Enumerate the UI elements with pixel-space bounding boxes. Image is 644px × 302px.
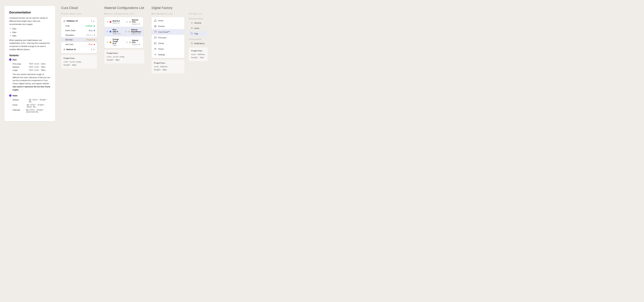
doc-sizes-list: 32px 40px 48px [12, 27, 50, 38]
printer-family-col: Printer Family List 🖨 UltiMaker S7 5 ▲ [61, 13, 97, 68]
material-icon: ⚙ [125, 30, 127, 33]
properties-size: size: print prep; [64, 60, 94, 64]
nav-item-label: Home [158, 20, 164, 22]
properties-height: height: 40px [64, 64, 94, 67]
variant-value: font-size: 12px; [29, 63, 46, 65]
nav-item-print-jobs[interactable]: Print jobs [152, 35, 184, 40]
variant-name: Hover [12, 104, 24, 108]
printer-item-darth[interactable]: Darth Vader Busy [61, 28, 97, 33]
settings-item-label: Users [194, 27, 199, 29]
material-properties: Properties: size: print prep; height: 48… [104, 50, 144, 64]
state-variant-table: Default bg-color: $layer-01; Hover bg-co… [12, 98, 50, 114]
properties-title: Properties: [107, 52, 142, 55]
nav-item-settings[interactable]: Settings [152, 52, 184, 58]
printer-item-hansolo[interactable]: Han Solo Error [61, 42, 97, 47]
main-nav-col: Main Navigation List Home Pri [152, 13, 184, 73]
properties-size: size: medium; [154, 65, 182, 68]
doc-size-item: 32px [12, 27, 50, 30]
diamond-icon [9, 94, 12, 97]
doc-note1: When applying new height please use mult… [9, 39, 50, 51]
variant-row: Large font-size: 16px; [12, 68, 50, 72]
material-model: Support 2XA [131, 33, 141, 34]
material-list-card: ⚙ Red PLA Model 1A ⚙ Natural PVA Support… [104, 17, 143, 48]
svg-point-9 [192, 28, 192, 28]
printer-item-obiwan[interactable]: Obi Wan Paused [61, 38, 97, 42]
library-icon [154, 42, 157, 44]
diamond-icon [9, 58, 12, 61]
variants-title: Variants: [9, 54, 50, 57]
printer-group-ultis7[interactable]: 🖨 UltiMaker S7 5 ▲ [61, 18, 97, 24]
chevron-down-icon: ▼ [93, 48, 95, 50]
documentation-panel: Documentation Contained list item can be… [4, 6, 55, 121]
variant-row: Selected bg-color: $layer-selected-01; [12, 108, 50, 114]
variant-value: font-size: 14px; [29, 66, 46, 68]
size-variant-section: Size: Print prep font-size: 12px; Medium… [9, 58, 50, 92]
settings-item-tags[interactable]: Tags [189, 31, 208, 36]
variant-value: font-size: 16px; [29, 69, 46, 71]
printer-status: Offline 9 [86, 34, 95, 36]
material-name: Blue ABS-R [112, 28, 121, 33]
home-icon [154, 19, 157, 22]
settings-item-notifications[interactable]: Notifications [189, 41, 208, 46]
material-model: LABS [112, 44, 122, 46]
properties-title: Properties: [191, 49, 205, 52]
printer-name: Skywalker [65, 34, 74, 36]
variant-name: Selected [12, 109, 23, 113]
nav-item-label: Library [158, 42, 164, 44]
material-model: Model 1A [112, 22, 120, 24]
material-config-section: Material Configurations List Material Co… [104, 6, 144, 73]
material-config-label: Material Configurations List [104, 13, 144, 15]
doc-title: Documentation [9, 11, 50, 14]
material-name: Natural PVA [132, 19, 141, 23]
material-item-redpla[interactable]: ⚙ Red PLA Model 1A [104, 17, 124, 27]
properties-size: size: print prep; [107, 55, 142, 58]
cura-cloud-section: Cura Cloud Printer Family List 🖨 UltiMak… [61, 6, 97, 73]
material-item-naturalrapid[interactable]: ⚙ Natural RapidRinse Support 2XA [123, 27, 143, 36]
material-name: Red PLA [112, 20, 120, 22]
nav-item-teams[interactable]: Teams [152, 46, 184, 52]
printer-item-yoda[interactable]: Yoda Available [61, 24, 97, 28]
settings-item-label: General [194, 22, 201, 24]
printer-group-icon: 🖨 [63, 48, 65, 50]
material-item-naturalpva2[interactable]: ⚙ Natural PVA Support 2A [124, 36, 143, 48]
printer-group-icon: 🖨 [63, 20, 65, 22]
material-name: Orange Tough PLA [112, 38, 122, 44]
settings-label: Settings List [189, 13, 208, 15]
nav-item-printers[interactable]: Printers [152, 24, 184, 29]
variant-value: bg-color: $layer-01; [29, 99, 50, 103]
material-name: Natural PVA [132, 39, 141, 44]
doc-size-item: 40px [12, 30, 50, 34]
material-item-blueabsr[interactable]: ⚙ Blue ABS-R Model 1XA [104, 27, 123, 36]
printer-group-methodxl[interactable]: 🖨 Method XL 2 ▼ [61, 47, 97, 52]
printer-group-name: UltiMaker S7 [66, 20, 78, 22]
color-swatch [110, 21, 111, 23]
print-icon [154, 36, 157, 39]
settings-item-general[interactable]: General [189, 20, 208, 25]
material-icon: ⚙ [106, 30, 108, 33]
nav-item-label: Print jobs [158, 36, 166, 39]
printer-name: Han Solo [65, 43, 73, 46]
bell-icon [191, 42, 193, 44]
printer-icon [154, 25, 157, 28]
material-name: Natural RapidRinse [131, 28, 141, 33]
printer-list-card: 🖨 UltiMaker S7 5 ▲ Yoda Available Darth … [61, 17, 97, 53]
status-dot [94, 44, 95, 45]
nav-item-library[interactable]: Library [152, 40, 184, 46]
printer-group-count: 5 [91, 20, 92, 22]
variant-name: Large [12, 69, 26, 71]
printer-item-skywalker[interactable]: Skywalker Offline 9 [61, 33, 97, 38]
properties-height: height: 48px [107, 58, 142, 62]
material-row-2: ⚙ Blue ABS-R Model 1XA ⚙ Natural RapidRi… [104, 27, 143, 36]
material-item-naturalpva[interactable]: ⚙ Natural PVA Support 2A [124, 17, 143, 27]
nav-item-home[interactable]: Home [152, 18, 184, 24]
settings-properties: Properties: size: medium; height: 32px [189, 48, 208, 61]
svg-point-10 [191, 33, 192, 33]
nav-item-cura-cloud[interactable]: Cura Cloud™ [152, 29, 184, 35]
material-model: Support 2A [132, 23, 141, 25]
nav-item-label: Printers [158, 25, 165, 28]
settings-item-users[interactable]: Users [189, 26, 208, 30]
cura-cloud-title: Cura Cloud [61, 6, 97, 10]
material-item-orange[interactable]: ⚙ Orange Tough PLA LABS [104, 36, 124, 48]
material-config-col: Material Configurations List ⚙ Red PLA M… [104, 13, 144, 64]
svg-rect-2 [154, 37, 156, 38]
